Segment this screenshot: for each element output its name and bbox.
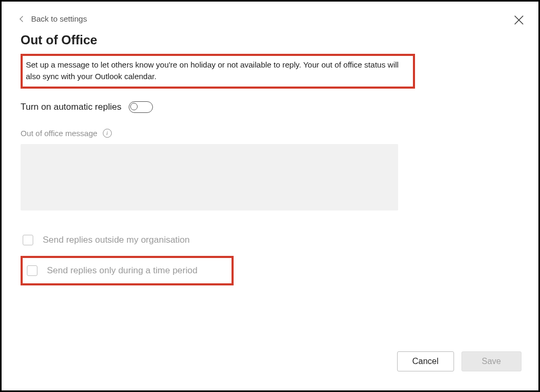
auto-replies-toggle[interactable] xyxy=(129,101,153,113)
close-button[interactable] xyxy=(514,15,524,25)
out-of-office-message-input[interactable] xyxy=(21,144,398,211)
back-label: Back to settings xyxy=(31,14,87,23)
save-button: Save xyxy=(461,351,522,371)
info-icon[interactable]: i xyxy=(103,129,112,138)
time-period-row-highlight: Send replies only during a time period xyxy=(21,256,234,285)
close-icon xyxy=(514,15,524,25)
cancel-button[interactable]: Cancel xyxy=(397,351,454,371)
message-label: Out of office message xyxy=(21,129,98,138)
toggle-knob-icon xyxy=(130,103,138,110)
outside-org-row: Send replies outside my organisation xyxy=(21,232,522,248)
page-title: Out of Office xyxy=(21,33,522,47)
description-text: Set up a message to let others know you'… xyxy=(26,60,399,81)
auto-replies-toggle-label: Turn on automatic replies xyxy=(21,102,121,112)
time-period-label: Send replies only during a time period xyxy=(47,265,197,276)
back-to-settings-link[interactable]: Back to settings xyxy=(21,14,87,23)
outside-org-checkbox[interactable] xyxy=(23,235,33,245)
description-highlight: Set up a message to let others know you'… xyxy=(21,54,415,89)
time-period-checkbox[interactable] xyxy=(27,265,37,276)
outside-org-label: Send replies outside my organisation xyxy=(43,235,190,245)
chevron-left-icon xyxy=(20,16,25,22)
